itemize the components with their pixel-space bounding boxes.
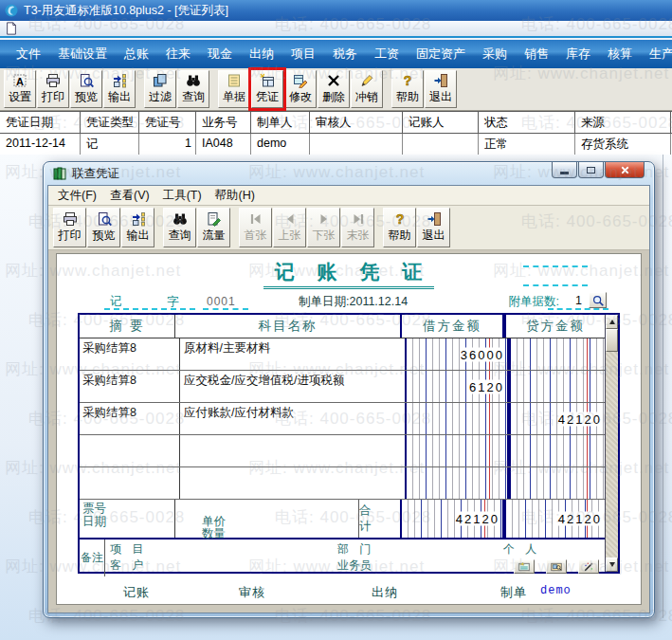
- dialog-client-area: 文件(F)查看(V)工具(T)帮助(H) 打印预览输出查询流量首张上张下张末张?…: [47, 185, 650, 613]
- toolbar-filter-label: 过滤: [149, 89, 172, 105]
- dialog-toolbar-exit-button[interactable]: 退出: [417, 208, 450, 247]
- menubar-item-11[interactable]: 采购: [474, 43, 516, 65]
- minimize-button[interactable]: [552, 162, 577, 178]
- menubar-item-13[interactable]: 库存: [557, 43, 599, 65]
- dialog-toolbar-last-label: 末张: [347, 228, 370, 244]
- dialog-toolbar-preview-label: 预览: [93, 228, 116, 244]
- total-debit: 42120: [455, 512, 500, 526]
- voucher-entry-row[interactable]: 采购结算8应付账款/应付材料款42120: [80, 403, 605, 435]
- menubar-item-3[interactable]: 总账: [116, 43, 157, 65]
- toolbar-export-button[interactable]: 输出: [103, 70, 136, 108]
- dialog-titlebar[interactable]: 联查凭证: [44, 162, 654, 185]
- note-flag-icon: [518, 561, 531, 573]
- card-view-button[interactable]: [546, 559, 567, 574]
- close-button[interactable]: [605, 162, 645, 178]
- dialog-toolbar-query-button[interactable]: 查询: [163, 208, 196, 247]
- attachment-zoom-button[interactable]: [589, 292, 607, 308]
- maximize-button[interactable]: [578, 162, 604, 178]
- list-header-row: 凭证日期凭证类型凭证号业务号制单人审核人记账人状态来源: [0, 112, 672, 134]
- svg-text:?: ?: [404, 73, 412, 88]
- app-logo-icon: [4, 3, 19, 18]
- menubar-item-2[interactable]: 基础设置: [49, 43, 116, 65]
- toolbar-print-button[interactable]: 打印: [37, 70, 69, 108]
- dialog-menu-item-2[interactable]: 查看(V): [106, 186, 159, 206]
- dialog-toolbar: 打印预览输出查询流量首张上张下张末张?帮助退出: [48, 206, 649, 250]
- writeoff-icon: [359, 73, 374, 88]
- main-toolbar: A设置打印预览输出过滤查询单据凭证修改删除冲销?帮助退出: [0, 68, 672, 111]
- toolbar-query-button[interactable]: 查询: [177, 70, 209, 108]
- voucher-entry-row[interactable]: [80, 467, 605, 500]
- scroll-up-button[interactable]: [606, 315, 618, 329]
- toolbar-help-button[interactable]: ?帮助: [391, 70, 424, 108]
- scroll-down-button[interactable]: [606, 558, 618, 572]
- help-icon: ?: [392, 211, 408, 227]
- note-flag-button[interactable]: [514, 559, 535, 574]
- toolbar-document-button[interactable]: 单据: [218, 70, 250, 108]
- menubar-item-12[interactable]: 销售: [516, 43, 557, 65]
- voucher-entry-row[interactable]: 采购结算8原材料/主要材料36000: [80, 338, 605, 371]
- list-data-cell[interactable]: 正常: [479, 134, 575, 155]
- toolbar-delete-label: 删除: [322, 89, 345, 105]
- main-menubar: 文件基础设置总账往来现金出纳项目税务工资固定资产采购销售库存核算生产老板通票据通…: [0, 40, 672, 68]
- maker-label: 制单: [500, 584, 527, 601]
- dialog-menu-item-4[interactable]: 帮助(H): [211, 186, 264, 206]
- project-label: 项 目: [110, 541, 147, 558]
- svg-text:?: ?: [395, 211, 404, 227]
- entry-debit-cell: 36000: [405, 338, 509, 370]
- toolbar-query-label: 查询: [182, 89, 205, 105]
- list-data-cell[interactable]: demo: [251, 134, 310, 155]
- list-data-cell[interactable]: 记: [81, 134, 139, 155]
- total-label: 合 计: [358, 500, 400, 538]
- dashed-line: [523, 265, 588, 267]
- wand-button[interactable]: [578, 559, 599, 574]
- list-data-cell[interactable]: [310, 134, 403, 155]
- menubar-item-4[interactable]: 往来: [157, 43, 199, 65]
- menubar-item-14[interactable]: 核算: [599, 43, 641, 65]
- up-arrow-icon: [609, 320, 615, 324]
- menubar-item-1[interactable]: 文件: [8, 43, 49, 65]
- list-data-cell[interactable]: [403, 134, 479, 155]
- entry-summary: [80, 435, 179, 466]
- toolbar-filter-button[interactable]: 过滤: [144, 70, 176, 108]
- entry-summary: 采购结算8: [80, 371, 179, 402]
- toolbar-preview-button[interactable]: 预览: [70, 70, 102, 108]
- export-icon: [112, 73, 127, 88]
- menubar-item-7[interactable]: 项目: [282, 43, 324, 65]
- toolbar-exit-button[interactable]: 退出: [425, 70, 457, 108]
- toolbar-help-label: 帮助: [396, 89, 419, 105]
- dialog-toolbar-flow-button[interactable]: 流量: [197, 208, 230, 247]
- list-data-cell[interactable]: 1: [139, 134, 196, 155]
- voucher-table-header: 摘 要 科目名称 借方金额 贷方金额: [80, 315, 605, 338]
- toolbar-voucher-button[interactable]: 凭证: [251, 70, 283, 108]
- dialog-menu-item-1[interactable]: 文件(F): [54, 186, 106, 206]
- dialog-menu-item-3[interactable]: 工具(T): [159, 186, 211, 206]
- dialog-toolbar-print-button[interactable]: 打印: [53, 208, 86, 247]
- list-data-cell[interactable]: 存货系统: [575, 134, 671, 155]
- close-icon: [619, 164, 631, 176]
- toolbar-modify-button[interactable]: 修改: [284, 70, 317, 108]
- bookkeeper-label: 记账: [123, 584, 150, 601]
- menubar-item-5[interactable]: 现金: [199, 43, 241, 65]
- menubar-item-6[interactable]: 出纳: [241, 43, 282, 65]
- menubar-item-10[interactable]: 固定资产: [408, 43, 474, 65]
- voucher-entry-row[interactable]: 采购结算8应交税金/应交增值税/进项税额6120: [80, 371, 605, 403]
- toolbar-delete-button[interactable]: 删除: [318, 70, 350, 108]
- list-data-cell[interactable]: IA048: [196, 134, 251, 155]
- dialog-toolbar-help-button[interactable]: ?帮助: [383, 208, 416, 247]
- toolbar-writeoff-button[interactable]: 冲销: [351, 70, 383, 108]
- auditor-label: 审核: [239, 584, 265, 601]
- document-icon: [227, 73, 242, 88]
- mdi-strip: [0, 21, 672, 38]
- menubar-item-8[interactable]: 税务: [324, 43, 366, 65]
- list-data-cell[interactable]: 2011-12-14: [0, 134, 81, 155]
- voucher-entry-row[interactable]: [80, 435, 605, 467]
- menubar-item-9[interactable]: 工资: [366, 43, 408, 65]
- menubar-item-15[interactable]: 生产: [641, 43, 672, 65]
- list-data-row[interactable]: 2011-12-14记1IA048demo正常存货系统: [0, 134, 672, 155]
- toolbar-settings-button[interactable]: A设置: [4, 70, 36, 108]
- dialog-toolbar-export-button[interactable]: 输出: [121, 208, 154, 247]
- child-page-icon[interactable]: [5, 22, 18, 35]
- scroll-thumb[interactable]: [606, 329, 618, 352]
- voucher-scrollbar[interactable]: [605, 315, 618, 572]
- dialog-toolbar-preview-button[interactable]: 预览: [87, 208, 120, 247]
